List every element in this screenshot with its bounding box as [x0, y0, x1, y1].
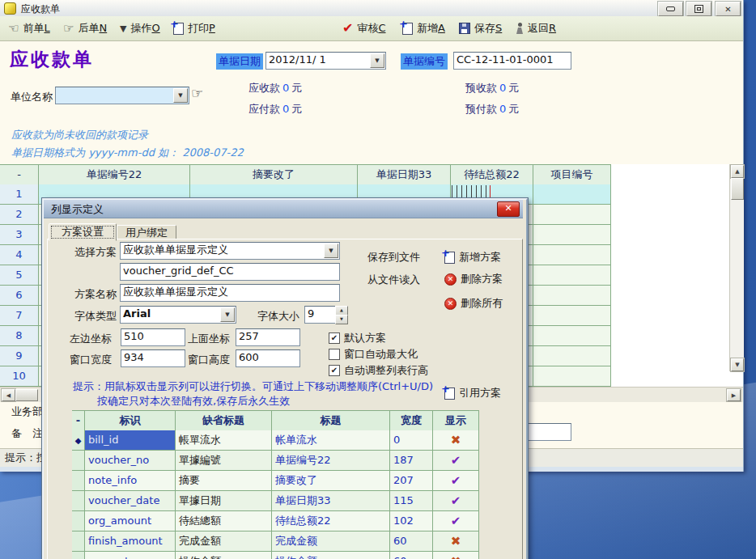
dlg-table-voucher_date-c3[interactable]: 单据日期33 [272, 491, 390, 511]
dlg-table-finish_amount-c3[interactable]: 完成金额 [272, 531, 390, 552]
tab-scheme-settings[interactable]: 方案设置 [49, 223, 117, 241]
scheme-name-input[interactable]: 应收款单单据显示定义 [120, 284, 340, 302]
dlg-table-amount-c2[interactable]: 操作金額 [176, 552, 272, 559]
grid-row-number-7[interactable]: 7 [0, 306, 39, 326]
maximize-button[interactable] [686, 2, 711, 16]
grid-row-number-1[interactable]: 1 [0, 184, 39, 205]
dlg-table-header-1[interactable]: 标识 [85, 410, 176, 431]
scroll-up-icon[interactable]: ▲ [731, 165, 744, 178]
toolbar-button-A[interactable]: 新增A [402, 16, 445, 40]
grid-row-number-10[interactable]: 10 [0, 366, 39, 387]
dlg-table-voucher_no-c3[interactable]: 单据编号22 [272, 451, 390, 471]
checkbox-row-0[interactable]: ✔默认方案 [329, 331, 386, 345]
file-button-0[interactable]: 保存到文件 [367, 250, 420, 265]
unit-dropdown-icon[interactable]: ▼ [173, 88, 188, 103]
grid-row-number-2[interactable]: 2 [0, 205, 39, 225]
grid-cell-r1-c5[interactable] [533, 184, 611, 205]
win-width-input[interactable]: 934 [121, 349, 185, 367]
dlg-table-org_amount-c3[interactable]: 待结总额22 [272, 511, 390, 531]
dlg-table-voucher_no-c0[interactable] [72, 451, 85, 471]
dlg-table-finish_amount-c5[interactable]: ✖ [433, 531, 479, 552]
unit-combobox[interactable]: ▼ [55, 87, 189, 104]
dlg-table-header-4[interactable]: 宽度 [390, 410, 433, 431]
hscroll-thumb[interactable] [15, 389, 38, 401]
toolbar-button-P[interactable]: 打印P [173, 16, 215, 40]
checkbox-row-1[interactable]: 窗口自动最大化 [329, 347, 418, 362]
dlg-table-note_info-c2[interactable]: 摘要 [176, 471, 272, 491]
dlg-table-finish_amount-c2[interactable]: 完成金額 [176, 531, 272, 552]
dlg-table-voucher_date-c0[interactable] [72, 491, 85, 511]
dlg-table-finish_amount-c1[interactable]: finish_amount [85, 531, 176, 552]
grid-cell-r6-c5[interactable] [533, 286, 611, 306]
dlg-table-org_amount-c1[interactable]: org_amount [85, 511, 176, 531]
grid-vscrollbar[interactable]: ▲ ▼ [729, 164, 744, 371]
font-size-down-icon[interactable]: ▼ [335, 315, 348, 324]
minimize-button[interactable] [658, 2, 683, 16]
dlg-table-note_info-c3[interactable]: 摘要改了 [272, 471, 390, 491]
dlg-table-bill_id-c5[interactable]: ✖ [433, 430, 479, 451]
scroll-left-icon[interactable]: ◀ [2, 389, 15, 401]
top-coord-input[interactable]: 257 [236, 328, 300, 346]
win-height-input[interactable]: 600 [236, 349, 300, 367]
dlg-table-amount-c0[interactable] [72, 552, 85, 559]
dlg-table-voucher_date-c4[interactable]: 115 [390, 491, 433, 511]
grid-header-0[interactable]: - [0, 164, 39, 185]
grid-header-3[interactable]: 单据日期33 [358, 164, 451, 185]
grid-header-4[interactable]: 待结总额22 [451, 164, 533, 185]
toolbar-button-R[interactable]: 返回R [516, 16, 556, 40]
grid-cell-r4-c5[interactable] [533, 245, 611, 265]
docno-input[interactable]: CC-12-11-01-0001 [453, 52, 571, 70]
toolbar-button-O[interactable]: ▼操作O [120, 16, 160, 40]
checkbox-2[interactable]: ✔ [329, 365, 340, 376]
dlg-table-note_info-c0[interactable] [72, 471, 85, 491]
grid-row-number-9[interactable]: 9 [0, 346, 39, 366]
close-button[interactable]: ✕ [716, 2, 741, 16]
dlg-table-voucher_date-c5[interactable]: ✔ [433, 491, 479, 511]
dlg-table-header-0[interactable]: - [72, 410, 85, 431]
grid-row-number-6[interactable]: 6 [0, 286, 39, 306]
grid-cell-r9-c5[interactable] [533, 346, 611, 366]
dlg-table-finish_amount-c4[interactable]: 60 [390, 531, 433, 552]
grid-row-number-8[interactable]: 8 [0, 326, 39, 346]
hand-pointer-icon[interactable]: ☞ [191, 85, 203, 101]
select-scheme-combobox[interactable]: 应收款单单据显示定义 ▼ [120, 242, 340, 260]
grid-cell-r10-c5[interactable] [533, 366, 611, 387]
action-button-0[interactable]: 新增方案 [444, 250, 501, 265]
action-button-1[interactable]: ✕删除方案 [444, 272, 503, 286]
font-type-combobox[interactable]: Arial ▼ [120, 306, 236, 324]
dlg-table-bill_id-c2[interactable]: 帳單流水 [176, 430, 272, 451]
dlg-table-bill_id-c4[interactable]: 0 [390, 430, 433, 451]
toolbar-button-S[interactable]: 保存S [459, 16, 502, 40]
window-titlebar[interactable]: 应收款单 ✕ [0, 0, 743, 17]
dlg-table-org_amount-c5[interactable]: ✔ [433, 511, 479, 531]
dlg-table-note_info-c5[interactable]: ✔ [433, 471, 479, 491]
left-coord-input[interactable]: 510 [121, 328, 185, 346]
scroll-right-icon[interactable]: ▶ [727, 389, 741, 401]
grid-cell-r5-c5[interactable] [533, 265, 611, 286]
checkbox-row-2[interactable]: ✔自动调整列表行高 [329, 363, 428, 378]
toolbar-button-N[interactable]: ☞后单N [63, 16, 107, 40]
grid-cell-r7-c5[interactable] [533, 306, 611, 326]
dlg-table-note_info-c4[interactable]: 207 [390, 471, 433, 491]
dlg-table-org_amount-c4[interactable]: 102 [390, 511, 433, 531]
dlg-table-voucher_no-c1[interactable]: voucher_no [85, 451, 176, 471]
grid-row-number-5[interactable]: 5 [0, 265, 39, 286]
dlg-table-voucher_no-c4[interactable]: 187 [390, 451, 433, 471]
grid-row-number-3[interactable]: 3 [0, 225, 39, 245]
dlg-table-bill_id-c1[interactable]: bill_id [85, 430, 176, 451]
grid-cell-r3-c5[interactable] [533, 225, 611, 245]
dialog-close-button[interactable]: ✕ [497, 201, 520, 217]
dlg-table-org_amount-c2[interactable]: 待結總額 [176, 511, 272, 531]
grid-header-5[interactable]: 项目编号 [533, 164, 611, 185]
dlg-table-amount-c5[interactable]: ✖ [433, 552, 479, 559]
vscroll-thumb[interactable] [731, 178, 744, 200]
toolbar-button-C[interactable]: ✔审核C [342, 16, 385, 40]
dlg-table-voucher_date-c1[interactable]: voucher_date [85, 491, 176, 511]
dlg-table-amount-c4[interactable]: 60 [390, 552, 433, 559]
toolbar-button-L[interactable]: ☜前单L [8, 16, 50, 40]
font-type-dropdown-icon[interactable]: ▼ [220, 307, 235, 322]
date-combobox[interactable]: 2012/11/ 1 ▼ [265, 52, 386, 70]
dlg-table-voucher_no-c2[interactable]: 單據編號 [176, 451, 272, 471]
dialog-titlebar[interactable]: 列显示定义 ✕ [44, 200, 523, 218]
dlg-table-voucher_date-c2[interactable]: 單據日期 [176, 491, 272, 511]
